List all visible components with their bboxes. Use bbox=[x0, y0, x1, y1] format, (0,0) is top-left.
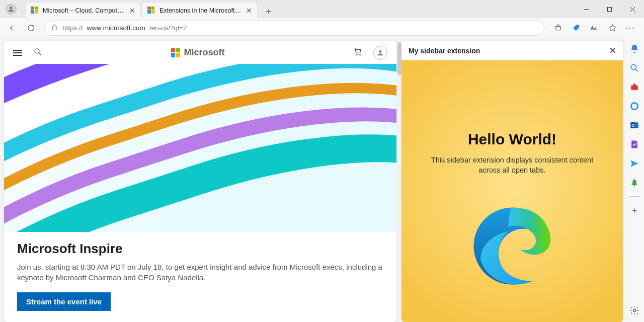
ms-favicon-icon bbox=[31, 7, 39, 15]
rail-divider bbox=[629, 196, 639, 197]
back-button[interactable] bbox=[3, 20, 20, 36]
article-title: Microsoft Inspire bbox=[17, 241, 383, 257]
rail-office-icon[interactable] bbox=[629, 101, 640, 112]
svg-point-11 bbox=[631, 103, 637, 109]
extension-header: My sidebar extension ✕ bbox=[401, 41, 623, 60]
refresh-button[interactable] bbox=[22, 20, 39, 36]
article-body: Join us, starting at 8:30 AM PDT on July… bbox=[17, 262, 383, 284]
article: Microsoft Inspire Join us, starting at 8… bbox=[4, 232, 396, 323]
svg-line-10 bbox=[635, 69, 637, 71]
url-host: www.microsoft.com bbox=[87, 24, 145, 32]
shopping-icon[interactable] bbox=[549, 20, 567, 36]
browser-window: Microsoft – Cloud, Computers, A ✕ Extens… bbox=[0, 0, 644, 322]
page-viewport: Microsoft Microsoft Inspire Join us, sta… bbox=[0, 38, 401, 322]
rail-briefcase-icon[interactable] bbox=[629, 82, 640, 93]
close-window-button[interactable] bbox=[621, 0, 644, 18]
menu-icon[interactable] bbox=[13, 50, 22, 56]
svg-text:A: A bbox=[591, 26, 594, 31]
tab-1[interactable]: Extensions in the Microsoft Edge ✕ bbox=[142, 2, 258, 18]
brand-name: Microsoft bbox=[184, 47, 225, 58]
favorite-icon[interactable] bbox=[604, 20, 621, 36]
titlebar: Microsoft – Cloud, Computers, A ✕ Extens… bbox=[0, 0, 644, 18]
svg-text:A: A bbox=[594, 27, 596, 30]
svg-point-4 bbox=[577, 26, 578, 27]
edge-logo-icon bbox=[467, 201, 557, 291]
sidebar-rail: O ＋ bbox=[624, 38, 644, 322]
profile-button[interactable] bbox=[0, 0, 22, 18]
window-controls bbox=[575, 0, 644, 18]
extension-text: This sidebar extension displays consiste… bbox=[427, 155, 598, 176]
rail-send-icon[interactable] bbox=[629, 158, 640, 169]
ms-favicon-icon bbox=[147, 7, 155, 15]
rail-settings-icon[interactable] bbox=[629, 305, 640, 316]
profile-avatar-icon bbox=[6, 4, 17, 15]
account-button[interactable] bbox=[373, 46, 387, 60]
close-tab-icon[interactable]: ✕ bbox=[245, 7, 253, 15]
extension-heading: Hello World! bbox=[468, 131, 556, 148]
tag-icon[interactable] bbox=[568, 20, 585, 36]
svg-text:O: O bbox=[631, 123, 634, 128]
cart-icon[interactable] bbox=[353, 47, 362, 58]
minimize-button[interactable] bbox=[575, 0, 598, 18]
svg-rect-1 bbox=[607, 7, 611, 11]
toolbar: https://www.microsoft.com/en-us/?ql=2 AA… bbox=[0, 18, 644, 38]
close-tab-icon[interactable]: ✕ bbox=[128, 7, 136, 15]
tab-0[interactable]: Microsoft – Cloud, Computers, A ✕ bbox=[25, 2, 141, 18]
maximize-button[interactable] bbox=[598, 0, 621, 18]
rail-add-button[interactable]: ＋ bbox=[629, 205, 640, 216]
toolbar-right: AA ··· bbox=[549, 20, 641, 36]
url-path: /en-us/?ql=2 bbox=[149, 24, 187, 32]
extension-title: My sidebar extension bbox=[409, 47, 480, 55]
rail-outlook-icon[interactable]: O bbox=[629, 120, 640, 131]
rail-bell-icon[interactable] bbox=[629, 43, 640, 54]
site-header: Microsoft bbox=[4, 41, 396, 64]
extension-body: Hello World! This sidebar extension disp… bbox=[401, 60, 623, 322]
site-search-icon[interactable] bbox=[33, 47, 42, 58]
rail-note-icon[interactable] bbox=[629, 139, 640, 150]
svg-point-7 bbox=[35, 49, 39, 53]
address-bar[interactable]: https://www.microsoft.com/en-us/?ql=2 bbox=[44, 21, 544, 36]
page-scrollbar[interactable] bbox=[397, 41, 401, 319]
new-tab-button[interactable]: ＋ bbox=[262, 4, 276, 18]
more-button[interactable]: ··· bbox=[622, 23, 639, 33]
sidebar-extension-panel: My sidebar extension ✕ Hello World! This… bbox=[401, 41, 623, 322]
site-brand[interactable]: Microsoft bbox=[53, 47, 342, 58]
content-row: Microsoft Microsoft Inspire Join us, sta… bbox=[0, 38, 644, 322]
hero-image bbox=[4, 64, 396, 231]
tabstrip: Microsoft – Cloud, Computers, A ✕ Extens… bbox=[22, 0, 575, 18]
webpage: Microsoft Microsoft Inspire Join us, sta… bbox=[4, 41, 396, 322]
svg-point-16 bbox=[633, 309, 635, 312]
svg-rect-15 bbox=[634, 185, 635, 186]
microsoft-logo-icon bbox=[171, 48, 180, 57]
tab-title: Extensions in the Microsoft Edge bbox=[159, 7, 241, 14]
tab-title: Microsoft – Cloud, Computers, A bbox=[43, 7, 124, 14]
cta-button[interactable]: Stream the event live bbox=[17, 292, 111, 311]
url-scheme: https:// bbox=[62, 24, 83, 32]
rail-search-icon[interactable] bbox=[629, 62, 640, 73]
svg-line-8 bbox=[39, 53, 41, 55]
rail-tree-icon[interactable] bbox=[629, 177, 640, 188]
svg-point-9 bbox=[631, 64, 636, 69]
extension-close-icon[interactable]: ✕ bbox=[609, 46, 616, 55]
site-lock-icon bbox=[51, 24, 58, 33]
text-size-icon[interactable]: AA bbox=[586, 20, 603, 36]
